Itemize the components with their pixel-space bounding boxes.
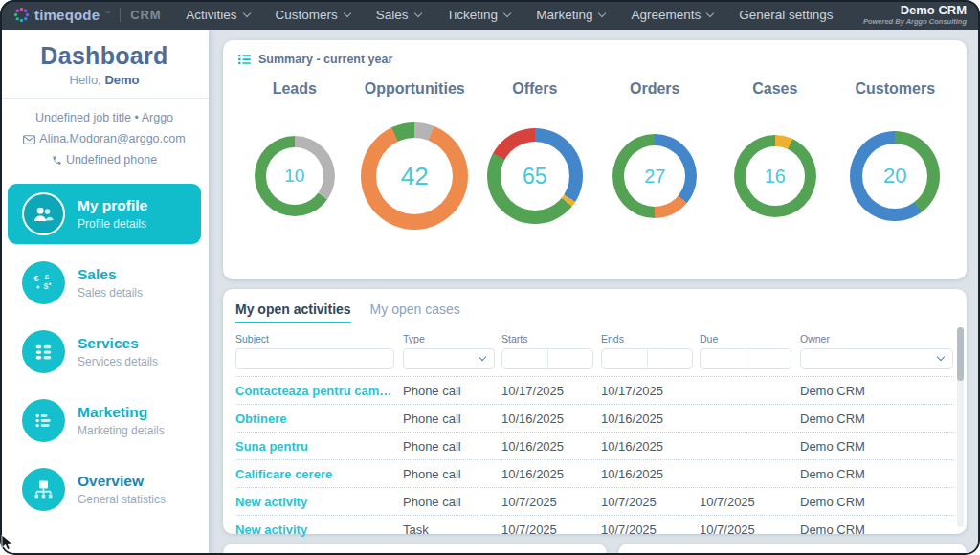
cell-type: Phone call bbox=[403, 495, 501, 509]
job-title-line: Undefined job title • Arggo bbox=[0, 108, 209, 129]
summary-metric-opportunities: Opportunities42 bbox=[355, 72, 476, 253]
sidebar-item-sublabel: Sales details bbox=[78, 286, 143, 300]
cell-subject[interactable]: Obtinere bbox=[235, 411, 403, 426]
column-header: Subject bbox=[235, 323, 403, 344]
phone-line: Undefined phone bbox=[0, 150, 209, 171]
owner-filter-select[interactable] bbox=[800, 348, 953, 369]
brand-divider bbox=[120, 8, 121, 22]
nav-item-label: Sales bbox=[376, 8, 409, 22]
donut-chart: 65 bbox=[487, 128, 583, 224]
top-navbar: timeqode ™ CRM ActivitiesCustomersSalesT… bbox=[0, 0, 980, 30]
sidebar-item-sales[interactable]: €$£SalesSales details bbox=[8, 253, 201, 313]
marketing-icon bbox=[22, 399, 65, 442]
tab-my-open-cases[interactable]: My open cases bbox=[370, 301, 460, 323]
table-scrollbar-thumb[interactable] bbox=[957, 327, 964, 381]
cell-starts: 10/7/2025 bbox=[501, 495, 601, 509]
account-area: Demo CRM Powered By Arggo Consulting bbox=[863, 4, 967, 26]
nav-item-activities[interactable]: Activities bbox=[186, 8, 249, 22]
ends-filter-from-input[interactable] bbox=[602, 349, 647, 368]
table-scrollbar[interactable] bbox=[957, 327, 964, 527]
metric-value: 27 bbox=[644, 166, 665, 188]
sidebar-item-label: My profile bbox=[78, 197, 147, 213]
phone-value: Undefined phone bbox=[66, 153, 157, 166]
cell-starts: 10/16/2025 bbox=[501, 411, 601, 426]
donut-value: 10 bbox=[266, 147, 323, 205]
filter-cell bbox=[403, 344, 501, 376]
table-row[interactable]: ObtinerePhone call10/16/202510/16/2025De… bbox=[235, 404, 954, 432]
table-row[interactable]: Contacteaza pentru campa...Phone call10/… bbox=[235, 376, 954, 404]
starts-filter-to-input[interactable] bbox=[547, 349, 593, 368]
table-row[interactable]: Calificare cererePhone call10/16/202510/… bbox=[235, 459, 954, 487]
sidebar-item-text: SalesSales details bbox=[78, 266, 143, 300]
column-type: Type bbox=[403, 323, 501, 376]
sidebar-item-my-profile[interactable]: My profileProfile details bbox=[8, 184, 201, 244]
tab-my-open-activities[interactable]: My open activities bbox=[235, 301, 351, 323]
sidebar-item-marketing[interactable]: MarketingMarketing details bbox=[8, 390, 201, 451]
people-icon bbox=[22, 192, 65, 235]
cell-subject[interactable]: Calificare cerere bbox=[235, 467, 403, 481]
metric-header: Cases bbox=[752, 80, 797, 98]
brand-suffix: CRM bbox=[130, 8, 161, 22]
starts-filter-from-input[interactable] bbox=[502, 349, 547, 368]
sidebar-item-label: Marketing bbox=[78, 404, 165, 420]
cell-owner: Demo CRM bbox=[800, 439, 954, 454]
column-ends: Ends bbox=[601, 323, 700, 376]
sidebar: Dashboard Hello, Demo Undefined job titl… bbox=[0, 30, 209, 555]
column-header: Ends bbox=[601, 323, 700, 344]
summary-metric-leads: Leads10 bbox=[234, 72, 355, 253]
sidebar-item-sublabel: Profile details bbox=[78, 217, 147, 231]
table-row[interactable]: New activityPhone call10/7/202510/7/2025… bbox=[235, 487, 954, 515]
metric-header: Customers bbox=[855, 80, 935, 98]
bottom-left-card bbox=[223, 544, 607, 555]
nav-item-marketing[interactable]: Marketing bbox=[536, 8, 605, 22]
donut-area: 20 bbox=[850, 100, 940, 253]
ends-filter-to-input[interactable] bbox=[647, 349, 693, 368]
nav-item-ticketing[interactable]: Ticketing bbox=[447, 8, 511, 22]
nav-item-agreements[interactable]: Agreements bbox=[631, 8, 713, 22]
due-filter-to-input[interactable] bbox=[746, 349, 791, 368]
subject-filter-input[interactable] bbox=[235, 348, 394, 369]
tabs: My open activitiesMy open cases bbox=[235, 289, 954, 323]
column-header: Starts bbox=[501, 323, 601, 344]
nav-item-customers[interactable]: Customers bbox=[276, 8, 350, 22]
donut-area: 16 bbox=[734, 100, 816, 253]
nav-item-sales[interactable]: Sales bbox=[376, 8, 421, 22]
cell-due: 10/7/2025 bbox=[700, 522, 800, 537]
table-row[interactable]: New activityTask10/7/202510/7/202510/7/2… bbox=[235, 515, 954, 543]
nav-item-label: Customers bbox=[276, 8, 338, 22]
timeqode-logo[interactable]: timeqode ™ CRM bbox=[13, 7, 161, 23]
type-filter-select[interactable] bbox=[403, 348, 495, 369]
column-header: Due bbox=[700, 323, 800, 344]
sidebar-item-overview[interactable]: OverviewGeneral statistics bbox=[8, 459, 201, 520]
donut-value: 16 bbox=[746, 146, 805, 206]
table-row[interactable]: Suna pentruPhone call10/16/202510/16/202… bbox=[235, 432, 954, 459]
donut-chart: 16 bbox=[734, 135, 816, 217]
cell-type: Phone call bbox=[403, 439, 501, 454]
cell-subject[interactable]: Suna pentru bbox=[235, 439, 403, 454]
column-due: Due bbox=[700, 323, 800, 376]
sidebar-item-text: My profileProfile details bbox=[78, 197, 147, 231]
donut-chart: 42 bbox=[361, 122, 468, 230]
chevron-down-icon bbox=[598, 10, 606, 17]
donut-chart: 20 bbox=[850, 131, 940, 221]
sidebar-item-label: Services bbox=[78, 335, 158, 351]
cell-starts: 10/7/2025 bbox=[501, 522, 601, 537]
bullet-separator: • bbox=[135, 111, 139, 124]
due-filter-from-input[interactable] bbox=[701, 349, 746, 368]
cell-subject[interactable]: New activity bbox=[235, 522, 403, 537]
nav-item-label: Marketing bbox=[536, 8, 592, 22]
sidebar-item-sublabel: General statistics bbox=[78, 493, 166, 506]
table-body: Contacteaza pentru campa...Phone call10/… bbox=[235, 376, 954, 543]
chevron-down-icon bbox=[344, 10, 351, 17]
summary-metric-orders: Orders27 bbox=[595, 72, 716, 253]
list-icon bbox=[238, 54, 251, 65]
cell-ends: 10/7/2025 bbox=[601, 495, 700, 509]
cell-ends: 10/16/2025 bbox=[601, 411, 700, 426]
donut-area: 42 bbox=[361, 100, 468, 253]
cell-owner: Demo CRM bbox=[800, 522, 954, 537]
sidebar-item-services[interactable]: ServicesServices details bbox=[8, 322, 201, 382]
nav-item-general-settings[interactable]: General settings bbox=[739, 8, 833, 22]
cell-ends: 10/7/2025 bbox=[601, 522, 700, 537]
cell-subject[interactable]: Contacteaza pentru campa... bbox=[235, 384, 403, 398]
cell-subject[interactable]: New activity bbox=[235, 495, 403, 509]
